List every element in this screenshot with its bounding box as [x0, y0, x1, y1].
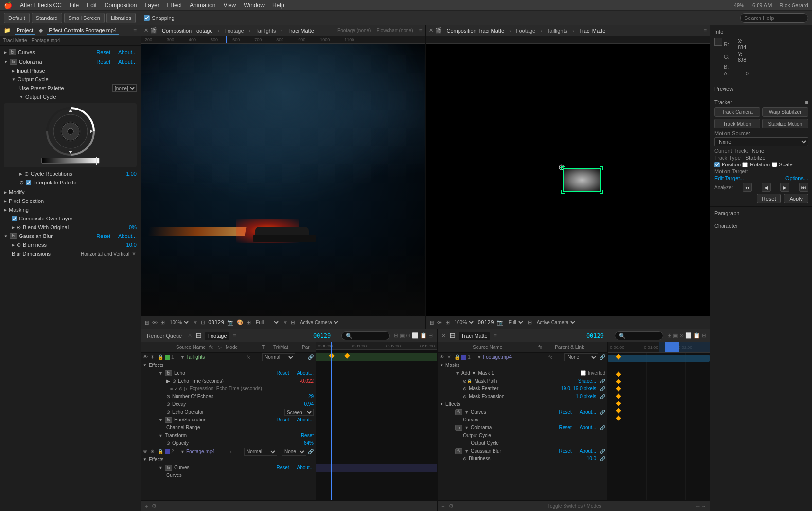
l2-none-select[interactable]: None [282, 448, 306, 456]
tl-footage-tab[interactable]: Footage [205, 332, 229, 340]
tr-icon-4[interactable]: ⬜ [685, 332, 692, 339]
tr-layer-bar[interactable] [608, 355, 710, 362]
search-input[interactable] [740, 13, 808, 23]
tl-left-icon-5[interactable]: 📋 [420, 332, 427, 339]
l1-expand[interactable]: ▼ [180, 355, 185, 360]
l1-hs-about[interactable]: About... [297, 417, 314, 422]
v2-quality-select[interactable]: Full [507, 319, 525, 326]
l2-mode-select[interactable]: Normal [244, 448, 277, 456]
v2-camera-icon[interactable]: 📷 [497, 319, 504, 326]
v1-close[interactable]: ✕ [144, 27, 148, 34]
color-strip[interactable] [41, 158, 100, 164]
tl-left-icon-2[interactable]: ▣ [400, 332, 405, 339]
motion-source-select[interactable]: None [714, 137, 808, 146]
tr-col-reset[interactable]: Reset [559, 425, 572, 430]
colorama-reset[interactable]: Reset [96, 59, 110, 65]
tr-me-val[interactable]: -1.0 pixels [574, 394, 597, 399]
gaussian-about[interactable]: About... [118, 233, 137, 239]
analyze-next[interactable]: ▶ [780, 183, 789, 192]
v2-tab-comp[interactable]: Composition Traci Matte [444, 27, 508, 35]
tab-effect-controls[interactable]: Effect Controls Footage.mp4 [47, 26, 119, 35]
menu-view[interactable]: View [223, 2, 236, 9]
blurriness-val[interactable]: 10.0 [126, 242, 137, 248]
v1-layout-btn2[interactable]: ⊞ [291, 319, 295, 326]
tr-m1-inverted-cb[interactable] [581, 370, 586, 376]
tl-left-icon-3[interactable]: ⊙ [406, 332, 410, 339]
analyze-next-last[interactable]: ⏭ [799, 183, 808, 192]
v1-quality-select[interactable]: FullHalfQuarter [254, 319, 280, 326]
v2-tab-tracimatte[interactable]: Traci Matte [576, 27, 609, 35]
tl-right-tab[interactable]: Traci Matte [459, 332, 490, 340]
tr-col-expand[interactable]: ▼ [464, 425, 469, 430]
l1-hs-reset[interactable]: Reset [276, 417, 289, 422]
tr-icon-5[interactable]: 📋 [693, 332, 700, 339]
options-btn[interactable]: Options... [785, 175, 808, 181]
l1-lock[interactable]: 🔒 [158, 354, 163, 360]
tr-l1-eye[interactable]: 👁 [440, 354, 445, 360]
v1-tab-comp[interactable]: Composition Footage [159, 27, 216, 35]
tr-gb-reset[interactable]: Reset [559, 448, 572, 454]
right-marker[interactable] [90, 129, 93, 133]
v1-menu[interactable]: ≡ [419, 27, 422, 34]
l1-hs-expand[interactable]: ▼ [159, 418, 163, 422]
v2-tab-footage[interactable]: Footage [513, 27, 538, 35]
v1-tab-footage[interactable]: Footage [221, 27, 247, 35]
tr-icon-6[interactable]: ⊟ [702, 332, 706, 339]
l1-echo-expand[interactable]: ▼ [159, 371, 163, 376]
track-motion-btn[interactable]: Track Motion [714, 119, 760, 128]
warp-stabilizer-btn[interactable]: Warp Stabilizer [762, 107, 809, 117]
l2-solo[interactable]: ☀ [150, 449, 156, 454]
tl-left-menu[interactable]: ≡ [233, 332, 236, 339]
v2-menu[interactable]: ≡ [704, 27, 707, 34]
tr-blur-val[interactable]: 10.0 [587, 456, 596, 461]
tracker-menu[interactable]: ≡ [805, 99, 808, 105]
rotation-checkbox[interactable] [742, 162, 748, 167]
tl-right-expand[interactable]: ←→ [695, 503, 706, 509]
tr-l1-name[interactable]: Footage.mp4 [483, 354, 547, 360]
toolbar-workspace-default[interactable]: Default [4, 13, 30, 23]
v1-tab-taillights[interactable]: Taillights [252, 27, 279, 35]
l1-eo-select[interactable]: Screen [284, 409, 314, 416]
tl-bar-l2[interactable] [316, 464, 437, 472]
tr-gb-expand[interactable]: ▼ [464, 449, 469, 454]
v2-close[interactable]: ✕ [429, 27, 433, 34]
position-checkbox[interactable] [714, 162, 720, 167]
tr-cur-expand[interactable]: ▼ [464, 410, 469, 415]
l1-eye[interactable]: 👁 [143, 354, 149, 360]
l2-name[interactable]: Footage.mp4 [186, 449, 227, 454]
l2-cur-expand[interactable]: ▼ [159, 465, 163, 470]
menu-window[interactable]: Window [244, 2, 265, 9]
tr-col-about[interactable]: About... [580, 425, 596, 430]
v2-camera-select[interactable]: Active Camera [535, 319, 577, 326]
l1-name[interactable]: Taillights [186, 354, 245, 360]
tr-l1-lock[interactable]: 🔒 [454, 354, 460, 360]
menu-composition[interactable]: Composition [105, 2, 137, 9]
v1-ctrl-monitor[interactable]: 🖥 [144, 320, 149, 326]
scale-checkbox[interactable] [772, 162, 777, 167]
tl-left-icon-4[interactable]: ⬜ [412, 332, 419, 339]
v2-tab-taillights[interactable]: Taillights [544, 27, 570, 35]
tr-icon-1[interactable]: ⊞ [667, 332, 671, 339]
toolbar-workspace-libraries[interactable]: Libraries [106, 13, 136, 23]
tl-left-settings[interactable]: ⚙ [152, 503, 157, 509]
menu-help[interactable]: Help [272, 2, 284, 9]
snapping-checkbox[interactable] [144, 15, 150, 21]
v1-camera-icon[interactable]: 📷 [227, 319, 234, 326]
colorama-about[interactable]: About... [118, 59, 137, 65]
l2-eye[interactable]: 👁 [143, 449, 149, 454]
tl-bar-l1[interactable] [316, 353, 437, 361]
gaussian-reset[interactable]: Reset [96, 233, 110, 239]
menu-animation[interactable]: Animation [190, 2, 215, 9]
bottom-marker[interactable] [69, 151, 72, 154]
tr-icon-3[interactable]: ⊙ [679, 332, 684, 339]
l1-opacity-val[interactable]: 64% [304, 440, 314, 446]
tr-icon-2[interactable]: ▣ [673, 332, 678, 339]
l1-tr-reset[interactable]: Reset [301, 433, 314, 438]
v1-camera-select[interactable]: Active Camera [298, 319, 340, 326]
tl-left-search[interactable] [341, 331, 390, 340]
l2-cur-reset[interactable]: Reset [276, 465, 289, 470]
v1-layout-btn[interactable]: ⊞ [247, 319, 251, 326]
l1-decay-val[interactable]: 0.94 [304, 402, 314, 407]
l1-echo-time-val[interactable]: -0.022 [300, 378, 314, 383]
v2-layout-btn[interactable]: ⊞ [528, 319, 532, 326]
